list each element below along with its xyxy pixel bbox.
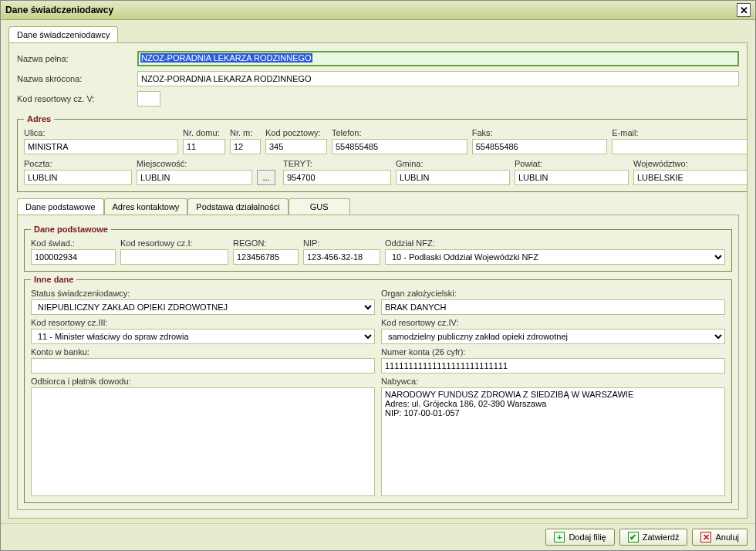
email-input[interactable] [612,139,748,154]
tab-adres-kontaktowy[interactable]: Adres kontaktowy [104,198,188,215]
window-title: Dane świadczeniodawcy [5,5,113,15]
nip-label: NIP: [303,238,380,248]
inne-dane-group: Inne dane Status świadczeniodawcy: NIEPU… [24,275,732,503]
status-label: Status świadczeniodawcy: [31,289,375,298]
faks-label: Faks: [472,128,608,137]
window-body: Dane świadczeniodawcy Nazwa pełna: NZOZ-… [1,20,755,523]
konto-input[interactable] [31,358,375,374]
kod-resort-v-input[interactable] [137,91,160,106]
nazwa-skrocona-input[interactable] [137,71,739,86]
inner-tabs: Dane podstawowe Adres kontaktowy Podstaw… [17,198,739,215]
poczta-input[interactable] [24,170,132,185]
konto-label: Konto w banku: [31,347,375,357]
adres-group: Adres Ulica: Nr. domu: Nr. m: [17,114,748,192]
odbiorca-textarea[interactable] [31,387,375,496]
poczta-label: Poczta: [24,159,132,168]
nr-m-input[interactable] [230,139,261,154]
regon-label: REGON: [233,238,299,248]
tab-gus[interactable]: GUS [289,198,350,215]
nabywca-textarea[interactable]: NARODOWY FUNDUSZ ZDROWIA Z SIEDZIBĄ W WA… [381,387,725,496]
dodaj-filie-label: Dodaj filię [569,532,606,542]
check-icon: ✔ [628,532,639,543]
kod-pocztowy-input[interactable] [265,139,327,154]
telefon-label: Telefon: [332,128,467,137]
tab-dane-podstawowe[interactable]: Dane podstawowe [17,198,104,215]
organ-input[interactable] [381,299,725,315]
nr-domu-input[interactable] [183,139,225,154]
miejscowosc-browse-button[interactable]: ... [257,170,275,185]
kod-res4-select[interactable]: samodzielny publiczny zakład opieki zdro… [381,329,725,344]
miejscowosc-input[interactable] [137,170,252,185]
x-icon: ✕ [700,532,711,543]
anuluj-button[interactable]: ✕ Anuluj [692,529,748,546]
wojewodztwo-label: Województwo: [633,159,748,168]
outer-panel: Nazwa pełna: NZOZ-PORADNIA LEKARZA RODZI… [8,42,748,519]
inne-dane-legend: Inne dane [31,275,76,284]
zatwierdz-button[interactable]: ✔ Zatwierdź [619,529,688,546]
numer-konta-label: Numer konta (26 cyfr): [381,347,725,357]
teryt-input[interactable] [283,170,391,185]
kod-resort-v-label: Kod resortowy cz. V: [17,94,133,103]
teryt-label: TERYT: [283,159,391,168]
dane-podstawowe-legend: Dane podstawowe [31,225,111,234]
ulica-input[interactable] [24,139,178,154]
kod-res4-label: Kod resortowy cz.IV: [381,318,725,327]
window: Dane świadczeniodawcy ✕ Dane świadczenio… [0,0,756,551]
dodaj-filie-button[interactable]: + Dodaj filię [545,529,614,546]
gmina-label: Gmina: [396,159,510,168]
kod-swiad-input[interactable] [31,249,116,265]
nr-domu-label: Nr. domu: [183,128,225,137]
status-select[interactable]: NIEPUBLICZNY ZAKŁAD OPIEKI ZDROWOTNEJ [31,299,375,315]
odbiorca-label: Odbiorca i płatnik dowodu: [31,377,375,386]
powiat-label: Powiat: [515,159,629,168]
numer-konta-input[interactable] [381,358,725,374]
organ-label: Organ założycielski: [381,289,725,298]
dane-podstawowe-group: Dane podstawowe Kod świad.: Kod resortow… [24,225,732,272]
gmina-input[interactable] [396,170,510,185]
close-icon[interactable]: ✕ [737,3,751,17]
oddzial-nfz-select[interactable]: 10 - Podlaski Oddział Wojewódzki NFZ [385,249,725,265]
powiat-input[interactable] [515,170,629,185]
zatwierdz-label: Zatwierdź [643,532,680,542]
nazwa-pelna-label: Nazwa pełna: [17,54,133,63]
titlebar: Dane świadczeniodawcy ✕ [1,1,755,20]
nazwa-pelna-input[interactable] [137,51,739,66]
tab-podstawa-dzialalnosci[interactable]: Podstawa działalności [187,198,288,215]
tab-dane-swiadczeniodawcy[interactable]: Dane świadczeniodawcy [8,26,118,42]
regon-input[interactable] [233,249,299,265]
nazwa-skrocona-label: Nazwa skrócona: [17,74,133,83]
kod-res3-select[interactable]: 11 - Minister właściwy do spraw zdrowia [31,329,375,344]
nabywca-label: Nabywca: [381,377,725,386]
oddzial-nfz-label: Oddział NFZ: [385,238,725,248]
outer-tabs: Dane świadczeniodawcy [8,26,748,42]
kod-res1-input[interactable] [120,249,228,265]
adres-legend: Adres [24,114,54,123]
miejscowosc-label: Miejscowość: [137,159,252,168]
telefon-input[interactable] [332,139,467,154]
ulica-label: Ulica: [24,128,178,137]
wojewodztwo-input[interactable] [633,170,748,185]
kod-res3-label: Kod resortowy cz.III: [31,318,375,327]
kod-pocztowy-label: Kod pocztowy: [265,128,327,137]
email-label: E-mail: [612,128,748,137]
faks-input[interactable] [472,139,608,154]
plus-icon: + [554,532,565,543]
kod-res1-label: Kod resortowy cz.I: [120,238,228,248]
kod-swiad-label: Kod świad.: [31,238,116,248]
nip-input[interactable] [303,249,380,265]
inner-panel: Dane podstawowe Kod świad.: Kod resortow… [17,215,739,510]
nr-m-label: Nr. m: [230,128,261,137]
footer: + Dodaj filię ✔ Zatwierdź ✕ Anuluj [1,523,755,550]
anuluj-label: Anuluj [715,532,739,542]
